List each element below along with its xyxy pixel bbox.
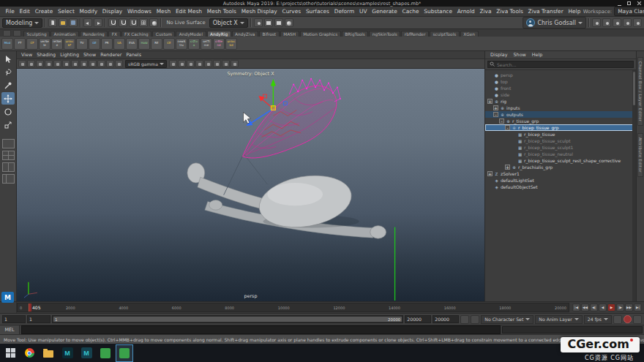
outliner-item[interactable]: ◈ defaultObjectSet bbox=[485, 184, 636, 190]
2d-pan-zoom-icon[interactable] bbox=[62, 60, 70, 67]
resolution-gate-icon[interactable] bbox=[97, 60, 105, 67]
shelf-button[interactable]: verSele bbox=[39, 38, 50, 50]
playback-button[interactable]: ◀| bbox=[590, 303, 598, 312]
playback-button[interactable]: ▶ bbox=[607, 303, 615, 312]
divider[interactable] bbox=[588, 18, 591, 27]
outliner-item[interactable]: ● top bbox=[485, 78, 636, 85]
time-slider[interactable]: 0200040006000800010000120001400016000180… bbox=[17, 303, 569, 312]
taskbar-app-button[interactable]: M bbox=[78, 344, 95, 362]
expand-toggle-icon[interactable]: + bbox=[487, 171, 493, 176]
shelf-button[interactable]: PR bbox=[101, 38, 113, 50]
anim-layer-dropdown[interactable]: No Anim Layer bbox=[535, 315, 583, 324]
rotate-tool-button[interactable] bbox=[1, 105, 15, 118]
grid-toggle-icon[interactable] bbox=[80, 60, 88, 67]
outliner-menu-item[interactable]: Help bbox=[529, 52, 546, 58]
outliner-item[interactable]: ▦ r_bicep_tissue_sculpt_rest_shape_corre… bbox=[485, 157, 636, 164]
lights-toggle-icon[interactable] bbox=[204, 60, 212, 67]
command-language-toggle[interactable]: MEL bbox=[0, 325, 20, 334]
shelf-tab[interactable]: XGen bbox=[460, 31, 479, 37]
menu-item[interactable]: Mesh bbox=[154, 8, 173, 15]
shelf-button[interactable]: GE bbox=[89, 38, 100, 50]
expand-toggle-icon[interactable]: - bbox=[499, 118, 504, 124]
save-scene-icon[interactable] bbox=[69, 18, 78, 27]
shelf-tab[interactable]: FX Caching bbox=[121, 31, 152, 37]
shelf-tab[interactable]: AndyModel bbox=[176, 31, 206, 37]
shelf-button[interactable]: crBlend bbox=[213, 38, 225, 50]
panel-menu-item[interactable]: Panels bbox=[124, 52, 143, 58]
humanik-toggle-icon[interactable] bbox=[602, 18, 611, 27]
shelf-tab[interactable]: sculptTools bbox=[430, 31, 460, 37]
window-control-button[interactable] bbox=[627, 1, 632, 6]
taskbar-app-button[interactable]: M bbox=[59, 344, 76, 362]
safe-action-icon[interactable] bbox=[115, 60, 123, 67]
window-control-button[interactable] bbox=[637, 1, 642, 6]
set-key-icon[interactable] bbox=[613, 315, 622, 324]
shelf-button[interactable]: unlockF bbox=[64, 38, 75, 50]
playhead[interactable] bbox=[29, 303, 31, 312]
outliner-item[interactable]: - ⊕ r_bicep_tissue_grp bbox=[485, 124, 636, 131]
taskbar-app-button[interactable] bbox=[40, 344, 57, 362]
playback-button[interactable]: |◀ bbox=[572, 303, 580, 312]
shelf-tab[interactable]: AndyZiva bbox=[232, 31, 258, 37]
playback-end-field[interactable]: 20000 bbox=[405, 315, 431, 323]
shaded-mode-icon[interactable] bbox=[187, 60, 195, 67]
shelf-tab[interactable]: Sculpting bbox=[23, 31, 50, 37]
menu-item[interactable]: Modify bbox=[77, 8, 100, 15]
outliner-item[interactable]: ▦ r_bicep_tissue_neutral bbox=[485, 151, 636, 157]
shelf-tab[interactable]: Motion Graphics bbox=[300, 31, 341, 37]
lasso-tool-button[interactable] bbox=[1, 66, 15, 78]
taskbar-app-button[interactable] bbox=[97, 344, 114, 362]
outliner-item[interactable]: ▦ r_bicep_tissue_sculpt1 bbox=[485, 144, 636, 151]
panel-menu-item[interactable]: Renderer bbox=[98, 52, 124, 58]
3d-scene[interactable] bbox=[17, 69, 484, 301]
sidebar-vertical-tab[interactable]: Channel Box / Layer Editor bbox=[637, 57, 643, 126]
shelf-tab[interactable]: Animation bbox=[50, 31, 79, 37]
textured-mode-icon[interactable] bbox=[195, 60, 203, 67]
lock-camera-icon[interactable] bbox=[27, 60, 35, 67]
shelf-button[interactable]: CF bbox=[26, 38, 38, 50]
taskbar-app-button[interactable] bbox=[116, 344, 133, 362]
outliner-item[interactable]: ▦ r_bicep_tissue bbox=[485, 131, 636, 137]
panel-menu-item[interactable]: View bbox=[19, 52, 34, 58]
snap-to-curves-icon[interactable] bbox=[119, 18, 127, 27]
layout-two-pane-button[interactable] bbox=[2, 162, 15, 172]
playback-button[interactable]: ◀ bbox=[599, 303, 607, 312]
new-scene-icon[interactable] bbox=[48, 18, 57, 27]
menu-item[interactable]: Deform bbox=[332, 8, 356, 15]
divider[interactable] bbox=[44, 18, 47, 27]
taskbar-app-button[interactable] bbox=[20, 344, 38, 362]
shelf-button[interactable]: crZiva bbox=[188, 38, 200, 50]
playback-button[interactable]: |▶ bbox=[616, 303, 624, 312]
layout-four-pane-button[interactable] bbox=[2, 151, 15, 160]
grease-pencil-icon[interactable] bbox=[71, 60, 79, 67]
outliner-item[interactable]: - ⊕ r_tissue_grp bbox=[485, 118, 636, 124]
command-input[interactable] bbox=[21, 325, 501, 334]
auto-keyframe-toggle-icon[interactable] bbox=[624, 315, 632, 323]
paint-select-tool-button[interactable] bbox=[1, 79, 15, 91]
render-settings-icon[interactable] bbox=[285, 18, 293, 27]
menu-item[interactable]: Mesh Display bbox=[239, 8, 280, 15]
select-camera-icon[interactable] bbox=[18, 60, 26, 67]
window-control-button[interactable] bbox=[618, 1, 623, 6]
outliner-item[interactable]: - ⊕ outputs bbox=[485, 111, 636, 118]
expand-toggle-icon[interactable]: - bbox=[493, 112, 498, 117]
playback-button[interactable]: ▶▶ bbox=[625, 303, 633, 312]
animation-end-field[interactable]: 20000 bbox=[433, 315, 459, 323]
menu-item[interactable]: Ziva Tools bbox=[494, 8, 525, 15]
modeling-toolkit-toggle-icon[interactable] bbox=[592, 18, 601, 27]
divider[interactable] bbox=[250, 18, 252, 27]
open-scene-icon[interactable] bbox=[59, 18, 67, 27]
image-plane-icon[interactable] bbox=[53, 60, 61, 67]
snap-to-points-icon[interactable] bbox=[129, 18, 138, 27]
sidebar-vertical-tab[interactable]: Attribute Editor bbox=[637, 133, 643, 177]
move-tool-button[interactable] bbox=[1, 92, 15, 105]
outliner-menu-item[interactable]: Show bbox=[511, 52, 529, 58]
character-set-dropdown[interactable]: No Character Set bbox=[481, 315, 533, 324]
menu-item[interactable]: Arnold bbox=[454, 8, 477, 15]
shelf-tab[interactable]: Rendering bbox=[80, 31, 108, 37]
menu-item[interactable]: Mesh Tools bbox=[204, 8, 239, 15]
outliner-item[interactable]: + ⊕ r_brachialis_grp bbox=[485, 164, 636, 170]
shelf-tab[interactable]: BRigTools bbox=[342, 31, 369, 37]
user-account-dropdown[interactable]: Chris Godsall bbox=[523, 17, 586, 29]
shelf-tab[interactable]: Custom bbox=[152, 31, 175, 37]
